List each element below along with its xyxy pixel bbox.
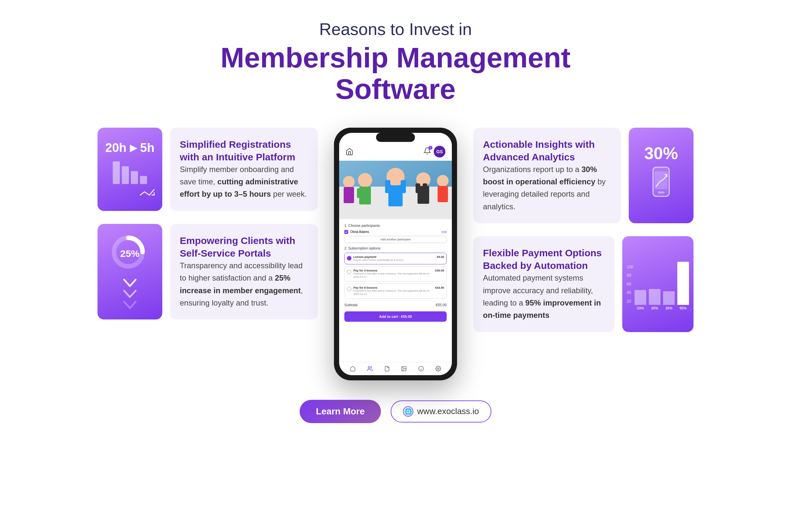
radio-empty — [347, 270, 351, 274]
phone-photo — [339, 161, 452, 219]
card-empowering-clients: 25% — [97, 224, 318, 320]
down-arrow-indicator — [104, 188, 156, 198]
card3-text: Organizations report up to a 30% boost i… — [483, 163, 611, 213]
bar — [122, 166, 129, 184]
svg-rect-29 — [658, 191, 664, 193]
phone-add-participant-btn[interactable]: Add another participant — [344, 236, 447, 243]
right-column: Actionable Insights with Advanced Analyt… — [473, 128, 694, 332]
card2-text: Transparency and accessibility lead to h… — [180, 260, 308, 309]
nav-image-icon[interactable] — [400, 365, 408, 373]
svg-rect-10 — [385, 180, 390, 193]
card4-text: Automated payment systems improve accura… — [483, 272, 605, 322]
phone-section1-title: 1. Choose participants: — [344, 224, 447, 227]
svg-point-20 — [368, 366, 370, 368]
radio-selected — [347, 256, 351, 261]
svg-point-22 — [403, 367, 404, 368]
bar-95-wrap: 95% — [677, 262, 689, 310]
svg-rect-15 — [423, 183, 427, 193]
stat-box-30: 30% — [629, 128, 694, 224]
bell-wrapper: 2 — [423, 147, 431, 156]
phone-cta-button[interactable]: Add to cart · €55.00 — [344, 311, 447, 322]
phone-participant-row: Olivia Adams Edit — [344, 230, 447, 234]
chevron-group — [123, 278, 137, 309]
phone-option-2[interactable]: Pay for 4 lessons Payment is due after e… — [344, 266, 447, 282]
website-url: www.exoclass.io — [417, 406, 479, 416]
header-title: Membership Management Software — [220, 42, 571, 105]
bar-30-wrap: 30% — [663, 291, 675, 310]
bar — [113, 162, 120, 184]
bar-chart-small — [113, 162, 147, 184]
left-column: 20h ▶ 5h — [97, 128, 318, 320]
header-subtitle: Reasons to Invest in — [220, 19, 571, 39]
stat-box-barchart: 100 80 60 40 20 33% — [622, 236, 694, 332]
website-badge: 🌐 www.exoclass.io — [391, 400, 491, 422]
bar — [131, 171, 138, 184]
phone-avatar: GS — [434, 146, 445, 157]
phone-mockup-wrapper: 2 GS — [334, 128, 457, 380]
text-box-simplified: Simplified Registrations with an Intuiti… — [170, 128, 318, 211]
card-actionable-insights: Actionable Insights with Advanced Analyt… — [473, 128, 694, 224]
text-box-insights: Actionable Insights with Advanced Analyt… — [473, 128, 621, 224]
bars-group: 33% 35% 30% — [635, 258, 689, 310]
phone-top-right: 2 GS — [423, 146, 445, 157]
option1-text: Lesson payment Pay for each lesson indiv… — [353, 255, 437, 262]
card-flexible-payment: Flexible Payment Options Backed by Autom… — [473, 236, 694, 332]
svg-point-26 — [437, 368, 439, 369]
phone-section2-title: 2. Subscription options: — [344, 246, 447, 250]
card4-title: Flexible Payment Options Backed by Autom… — [483, 247, 605, 272]
phone-mockup: 2 GS — [334, 128, 457, 380]
text-box-empowering: Empowering Clients with Self-Service Por… — [170, 224, 318, 320]
nav-smiley-icon[interactable] — [417, 365, 425, 373]
donut-chart: 25% — [111, 234, 149, 273]
phone-checkbox: Olivia Adams — [344, 230, 369, 234]
card-simplified-registrations: 20h ▶ 5h — [97, 128, 318, 211]
stat-box-25: 25% — [97, 224, 162, 320]
svg-point-16 — [437, 175, 449, 187]
card1-text: Simplify member onboarding and save time… — [180, 163, 308, 201]
radio-empty-2 — [347, 287, 351, 291]
phone-screen: 2 GS — [339, 133, 452, 375]
svg-rect-14 — [416, 183, 420, 193]
option3-text: Pay for 8 lessons Payment is due after e… — [353, 286, 435, 296]
svg-rect-9 — [388, 185, 403, 206]
card3-title: Actionable Insights with Advanced Analyt… — [483, 138, 611, 163]
svg-rect-28 — [655, 171, 668, 189]
edit-link[interactable]: Edit — [442, 230, 447, 234]
bar-35-wrap: 35% — [649, 289, 660, 310]
svg-rect-17 — [438, 186, 448, 202]
card2-title: Empowering Clients with Self-Service Por… — [180, 234, 308, 260]
nav-people-icon[interactable] — [366, 365, 374, 373]
nav-file-icon[interactable] — [383, 365, 391, 373]
time-arrow: ▶ — [130, 142, 137, 153]
svg-rect-7 — [365, 188, 369, 198]
svg-rect-19 — [344, 187, 354, 203]
bar-33 — [635, 290, 646, 305]
stat-box-time: 20h ▶ 5h — [97, 128, 162, 211]
phone-content: 1. Choose participants: Olivia Adams Edi… — [339, 219, 452, 362]
header: Reasons to Invest in Membership Manageme… — [220, 19, 571, 105]
notification-badge: 2 — [428, 146, 432, 150]
bar — [140, 176, 147, 184]
svg-rect-6 — [357, 188, 362, 198]
bar-35 — [649, 289, 660, 305]
phone-with-trend — [648, 166, 674, 206]
phone-subtotal: Subtotal €55.00 — [344, 301, 447, 309]
nav-settings-icon[interactable] — [435, 365, 442, 373]
text-box-payment: Flexible Payment Options Backed by Autom… — [473, 236, 615, 332]
option2-text: Pay for 4 lessons Payment is due after e… — [353, 269, 435, 279]
page: Reasons to Invest in Membership Manageme… — [0, 0, 791, 532]
y-axis: 100 80 60 40 20 — [627, 265, 635, 310]
main-content: 20h ▶ 5h — [23, 128, 768, 380]
svg-point-18 — [343, 176, 355, 188]
donut-percent: 25% — [120, 248, 140, 259]
bar-95-highlighted — [677, 262, 689, 305]
phone-nav-bar — [339, 362, 452, 375]
phone-option-1[interactable]: Lesson payment Pay for each lesson indiv… — [344, 253, 447, 264]
svg-point-4 — [358, 173, 372, 187]
phone-option-3[interactable]: Pay for 8 lessons Payment is due after e… — [344, 284, 447, 299]
nav-home-icon[interactable] — [349, 365, 356, 373]
learn-more-button[interactable]: Learn More — [300, 400, 381, 423]
svg-rect-11 — [401, 180, 406, 193]
bar-30 — [663, 291, 675, 305]
time-stat: 20h ▶ 5h — [105, 141, 155, 155]
